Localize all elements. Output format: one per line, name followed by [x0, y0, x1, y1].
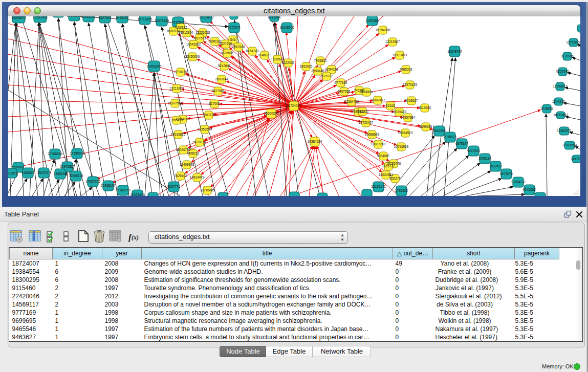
svg-text:3572274: 3572274	[228, 26, 241, 29]
svg-text:9084067: 9084067	[377, 154, 390, 158]
svg-text:3267130: 3267130	[203, 113, 215, 117]
svg-text:17016504: 17016504	[562, 143, 577, 147]
svg-text:13751074: 13751074	[566, 40, 580, 44]
svg-text:8938923: 8938923	[444, 135, 456, 139]
svg-text:12505135: 12505135	[69, 174, 83, 178]
svg-text:20053346: 20053346	[147, 64, 162, 68]
svg-text:10543302: 10543302	[186, 42, 201, 46]
svg-text:8660124: 8660124	[167, 29, 180, 33]
svg-text:817006: 817006	[209, 102, 220, 105]
svg-text:17359924: 17359924	[70, 151, 84, 155]
svg-text:18724007: 18724007	[287, 104, 301, 107]
svg-text:7632621: 7632621	[489, 164, 502, 168]
svg-text:10933257: 10933257	[81, 16, 96, 18]
svg-text:21364436: 21364436	[344, 100, 359, 103]
svg-text:10671355: 10671355	[155, 19, 169, 23]
svg-text:1965419: 1965419	[170, 118, 183, 122]
svg-text:9327505: 9327505	[220, 42, 232, 46]
svg-text:10975867: 10975867	[60, 165, 75, 168]
svg-text:18046798: 18046798	[176, 148, 191, 151]
svg-text:12213369: 12213369	[169, 86, 184, 90]
svg-text:19384554: 19384554	[308, 140, 322, 143]
svg-text:6466160: 6466160	[116, 16, 129, 19]
svg-text:16033809: 16033809	[199, 16, 214, 19]
svg-text:9327503: 9327503	[193, 36, 206, 40]
svg-text:2803144: 2803144	[215, 77, 228, 81]
svg-text:14524851: 14524851	[379, 173, 394, 177]
svg-text:1167533: 1167533	[571, 157, 580, 161]
svg-text:15409948: 15409948	[180, 163, 194, 166]
svg-text:18807249: 18807249	[371, 142, 386, 146]
svg-text:7515546: 7515546	[172, 20, 185, 24]
svg-text:11353594: 11353594	[198, 127, 212, 131]
svg-text:12213967: 12213967	[385, 40, 400, 43]
svg-text:2718176: 2718176	[175, 70, 187, 74]
svg-text:62160: 62160	[386, 104, 395, 107]
svg-text:8675685: 8675685	[221, 51, 234, 55]
svg-text:2087682: 2087682	[366, 19, 379, 23]
svg-text:14957984: 14957984	[401, 116, 416, 119]
svg-text:9245012: 9245012	[534, 195, 547, 196]
svg-text:9463627: 9463627	[405, 99, 418, 102]
svg-text:6794028: 6794028	[325, 68, 338, 71]
svg-text:8322037: 8322037	[282, 61, 295, 64]
svg-text:19166825: 19166825	[171, 133, 186, 136]
svg-text:6879197: 6879197	[455, 142, 468, 145]
svg-text:9227342: 9227342	[556, 70, 569, 73]
svg-text:8454749: 8454749	[246, 49, 259, 53]
svg-text:2867608: 2867608	[232, 45, 245, 49]
svg-text:15136141: 15136141	[371, 185, 386, 188]
svg-text:9474444: 9474444	[467, 149, 480, 152]
svg-text:16548784: 16548784	[447, 50, 462, 53]
svg-text:15720407: 15720407	[359, 121, 374, 124]
svg-text:12975135: 12975135	[403, 83, 418, 86]
svg-text:1640953: 1640953	[433, 129, 446, 133]
svg-text:10719155: 10719155	[138, 17, 153, 21]
svg-text:11923446: 11923446	[130, 193, 145, 196]
svg-text:10653287: 10653287	[67, 16, 82, 17]
svg-text:20691406: 20691406	[33, 16, 48, 19]
svg-text:3215955: 3215955	[540, 107, 553, 111]
svg-text:16210643: 16210643	[553, 113, 568, 117]
svg-text:10025433: 10025433	[392, 110, 407, 114]
svg-text:9129906: 9129906	[561, 54, 574, 58]
svg-text:9657771: 9657771	[167, 185, 180, 188]
svg-text:13226058: 13226058	[195, 31, 210, 34]
svg-text:9245652: 9245652	[523, 188, 536, 191]
svg-text:1615137: 1615137	[382, 164, 395, 168]
svg-text:4498222: 4498222	[187, 151, 200, 155]
svg-text:17957255: 17957255	[85, 180, 100, 183]
svg-text:9146821: 9146821	[258, 53, 271, 57]
svg-text:391579: 391579	[8, 171, 18, 175]
svg-text:1362615: 1362615	[300, 64, 313, 68]
svg-text:352274: 352274	[389, 177, 401, 180]
svg-text:7955812: 7955812	[314, 59, 327, 62]
svg-text:10688609: 10688609	[365, 133, 380, 136]
svg-text:9777169: 9777169	[335, 81, 347, 84]
svg-text:3624554: 3624554	[360, 90, 373, 94]
svg-text:7163822: 7163822	[175, 26, 187, 29]
svg-text:8990448: 8990448	[312, 69, 324, 73]
svg-text:8813054: 8813054	[268, 16, 281, 19]
svg-text:19218506: 19218506	[279, 26, 294, 29]
svg-text:7485003: 7485003	[400, 68, 412, 71]
svg-text:1588520: 1588520	[271, 57, 284, 61]
svg-text:16782759: 16782759	[116, 188, 130, 192]
svg-text:5550061: 5550061	[12, 165, 25, 169]
svg-text:7625402: 7625402	[175, 174, 187, 178]
svg-text:10756928: 10756928	[394, 145, 409, 148]
svg-text:19654923: 19654923	[398, 131, 413, 135]
svg-text:16154808: 16154808	[376, 28, 390, 32]
svg-text:546: 546	[230, 38, 236, 41]
svg-text:6497568: 6497568	[338, 90, 351, 93]
svg-text:1156839: 1156839	[21, 171, 34, 174]
svg-text:20206556: 20206556	[48, 152, 62, 156]
svg-text:8912954: 8912954	[181, 31, 193, 34]
svg-text:2935114: 2935114	[478, 157, 491, 160]
svg-text:1621022: 1621022	[320, 74, 333, 78]
svg-text:1244415: 1244415	[552, 100, 565, 103]
svg-text:1733426: 1733426	[395, 189, 408, 192]
svg-text:25300295: 25300295	[264, 112, 279, 115]
svg-text:10973493: 10973493	[393, 53, 407, 57]
svg-text:8427552: 8427552	[212, 89, 225, 93]
